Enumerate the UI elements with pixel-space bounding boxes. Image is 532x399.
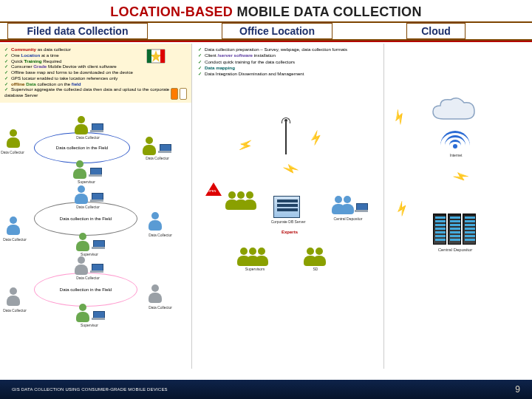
label-collector: Data Collector: [69, 205, 106, 209]
person-icon: [6, 287, 21, 307]
label-collector: Data Collector: [139, 156, 176, 160]
label-internet: Internet: [437, 153, 474, 157]
label-supervisor: Supervisor: [71, 323, 108, 327]
field-item-5: Offline base map and forms to be downloa…: [4, 69, 187, 75]
page-number: 9: [515, 384, 520, 395]
label-central-depositor: Central Depositor: [426, 248, 485, 252]
office-item-1: Data collection preparation – Survey, we…: [198, 47, 378, 52]
field-item-7: offline Data collection on the field: [4, 81, 187, 87]
label-experts: Experts: [275, 230, 304, 234]
laptop-icon: [89, 168, 102, 177]
phone-icon: [180, 88, 187, 100]
title-right: MOBILE DATA COLLECTION: [236, 4, 421, 19]
person-icon: [74, 256, 89, 276]
laptop-icon: [92, 240, 105, 249]
label-collector: Data Collector: [0, 237, 30, 242]
cloud-icon: [429, 95, 480, 128]
svg-rect-3: [160, 50, 165, 63]
person-icon: [142, 137, 157, 156]
label-collector: Data Collector: [69, 276, 106, 280]
server-rack-icon: [433, 214, 476, 245]
label-supervisors: Supervisors: [236, 267, 273, 271]
person-icon: [6, 216, 21, 236]
label-supervisor: Supervisor: [68, 180, 105, 184]
bolt-icon: ⚡: [236, 136, 254, 154]
label-sd: SD: [304, 267, 327, 271]
wifi-icon: [440, 131, 470, 149]
person-icon: [242, 191, 257, 211]
column-field: Community as data collector One Location…: [0, 44, 192, 369]
field-item-6: GPS locator enabled to take location ref…: [4, 75, 187, 81]
office-item-4: Data mapping: [198, 65, 378, 71]
column-office: Data collection preparation – Survey, we…: [192, 44, 384, 369]
person-icon: [75, 233, 90, 252]
bolt-icon: ⚡: [389, 107, 409, 127]
office-item-5: Data Integration Dissemination and Manag…: [198, 71, 378, 77]
bolt-icon: ⚡: [451, 166, 471, 186]
diagram-body: Community as data collector One Location…: [0, 44, 532, 369]
bolt-icon: ⚡: [307, 129, 325, 147]
label-collector: Data Collector: [142, 305, 179, 310]
label-collector: Data Collector: [0, 308, 30, 313]
person-icon: [148, 284, 163, 304]
person-icon: [254, 248, 269, 267]
laptop-icon: [92, 311, 105, 320]
header-office: Office Location: [222, 23, 332, 39]
person-icon: [72, 160, 87, 180]
title-left: LOCATION-BASED: [110, 4, 233, 19]
office-item-3: Conduct quick training for the data coll…: [198, 59, 378, 65]
bolt-icon: ⚡: [282, 160, 301, 178]
laptop-icon: [90, 193, 103, 202]
field-item-8: Supervisor aggregate the collected data …: [4, 86, 187, 98]
red-underline: [0, 41, 532, 42]
header-filed: Filed data Collection: [7, 23, 148, 39]
bolt-icon: ⚡: [392, 199, 412, 218]
footer-text: GIS DATA COLLECTION USING CONSUMER-GRADE…: [12, 387, 168, 392]
phone-icon: [171, 88, 178, 100]
svg-rect-2: [147, 50, 151, 63]
section-headers: Filed data Collection Office Location Cl…: [0, 21, 532, 41]
office-bullet-box: Data collection preparation – Survey, we…: [192, 44, 383, 81]
laptop-icon: [90, 264, 103, 273]
person-icon: [74, 116, 89, 135]
server-icon: [273, 196, 300, 218]
slide-title: LOCATION-BASED MOBILE DATA COLLECTION: [0, 0, 532, 21]
person-icon: [6, 129, 21, 149]
flag-icon: [146, 48, 166, 64]
label-collector: Data Collector: [69, 135, 106, 140]
field-bullet-box: Community as data collector One Location…: [0, 44, 191, 103]
label-depositor: Central Depositor: [330, 216, 366, 221]
label-collector: Data Collector: [0, 150, 25, 154]
person-icon: [148, 212, 163, 231]
column-cloud: Internet ⚡ ⚡ ⚡ Central Depositor: [384, 44, 532, 369]
person-icon: [74, 185, 89, 205]
office-item-2: Client /server software installation: [198, 52, 378, 58]
antenna-icon: [279, 117, 293, 154]
person-icon: [75, 304, 90, 323]
footer: GIS DATA COLLECTION USING CONSUMER-GRADE…: [0, 380, 532, 399]
laptop-icon: [158, 144, 171, 153]
laptop-icon: [90, 123, 103, 132]
label-server: Corporate DB Server: [266, 219, 310, 224]
field-item-4: Consumer Grade Mobile Device with client…: [4, 64, 187, 69]
person-icon: [312, 248, 327, 267]
header-cloud: Cloud: [406, 23, 466, 39]
person-icon: [340, 196, 355, 215]
slide: LOCATION-BASED MOBILE DATA COLLECTION Fi…: [0, 0, 532, 399]
label-collector: Data Collector: [142, 233, 179, 237]
warning-triangle-icon: [205, 183, 222, 197]
laptop-icon: [355, 203, 368, 212]
